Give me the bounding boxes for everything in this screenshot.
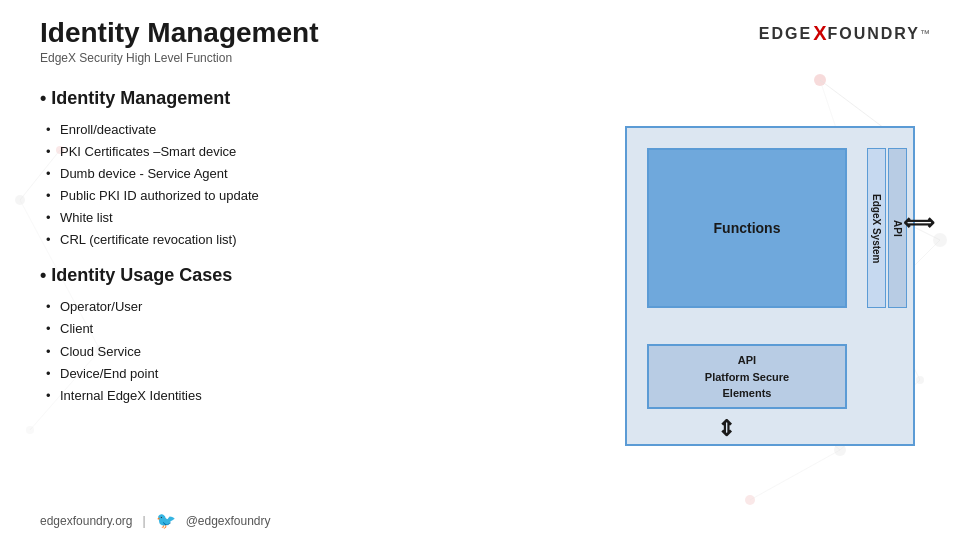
functions-box: Functions <box>647 148 847 308</box>
list-item: Client <box>60 318 590 340</box>
list-item: Internal EdgeX Identities <box>60 385 590 407</box>
logo-x: X <box>813 22 826 45</box>
main-content: • Identity Management Enroll/deactivate … <box>0 70 960 503</box>
footer-twitter-handle[interactable]: @edgexfoundry <box>186 514 271 528</box>
list-item: Public PKI ID authorized to update <box>60 185 590 207</box>
logo-prefix: EDGE <box>759 25 812 43</box>
footer: edgexfoundry.org | 🐦 @edgexfoundry <box>0 503 960 540</box>
header-left: Identity Management EdgeX Security High … <box>40 18 318 65</box>
list-item: PKI Certificates –Smart device <box>60 141 590 163</box>
page-title: Identity Management <box>40 18 318 49</box>
list-item: CRL (certificate revocation list) <box>60 229 590 251</box>
right-panel: Functions EdgeX System API ⟺ APIPlatform… <box>610 80 930 493</box>
section-2-heading: • Identity Usage Cases <box>40 265 590 286</box>
list-item: Dumb device - Service Agent <box>60 163 590 185</box>
logo-trademark: ™ <box>920 28 930 39</box>
side-labels: EdgeX System API <box>871 148 903 308</box>
list-item: Operator/User <box>60 296 590 318</box>
left-panel: • Identity Management Enroll/deactivate … <box>40 80 590 493</box>
footer-website[interactable]: edgexfoundry.org <box>40 514 133 528</box>
vertical-arrow-icon: ⇕ <box>717 416 735 442</box>
functions-label: Functions <box>714 220 781 236</box>
twitter-icon: 🐦 <box>156 511 176 530</box>
logo-area: EDGE X FOUNDRY ™ <box>759 22 930 45</box>
api-platform-box: APIPlatform SecureElements <box>647 344 847 409</box>
list-item: Device/End point <box>60 363 590 385</box>
list-item: Enroll/deactivate <box>60 119 590 141</box>
api-platform-label: APIPlatform SecureElements <box>705 352 789 402</box>
section-2-list: Operator/User Client Cloud Service Devic… <box>40 296 590 406</box>
page-subtitle: EdgeX Security High Level Function <box>40 51 318 65</box>
footer-divider: | <box>143 514 146 528</box>
section-1-heading: • Identity Management <box>40 88 590 109</box>
section-1-list: Enroll/deactivate PKI Certificates –Smar… <box>40 119 590 252</box>
horizontal-arrow-icon: ⟺ <box>903 210 935 236</box>
list-item: White list <box>60 207 590 229</box>
header: Identity Management EdgeX Security High … <box>0 0 960 70</box>
diagram-container: Functions EdgeX System API ⟺ APIPlatform… <box>625 126 915 446</box>
edgex-system-label: EdgeX System <box>867 148 886 308</box>
logo-suffix: FOUNDRY <box>827 25 920 43</box>
list-item: Cloud Service <box>60 341 590 363</box>
